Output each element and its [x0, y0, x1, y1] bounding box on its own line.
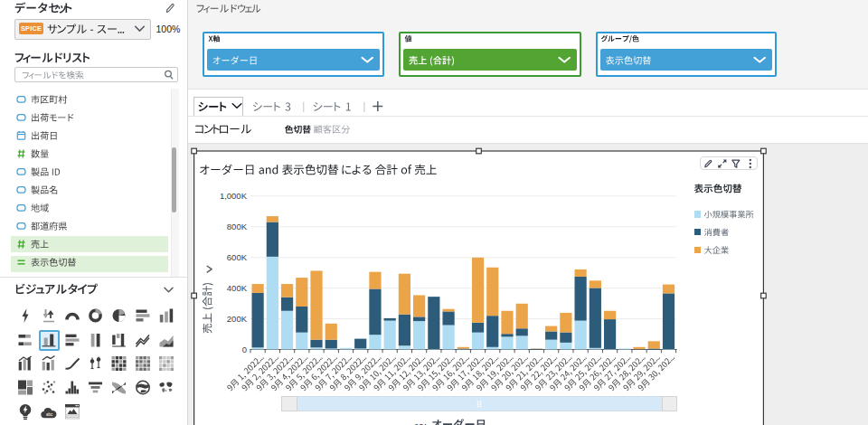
- svg-text:abc: abc: [46, 412, 53, 417]
